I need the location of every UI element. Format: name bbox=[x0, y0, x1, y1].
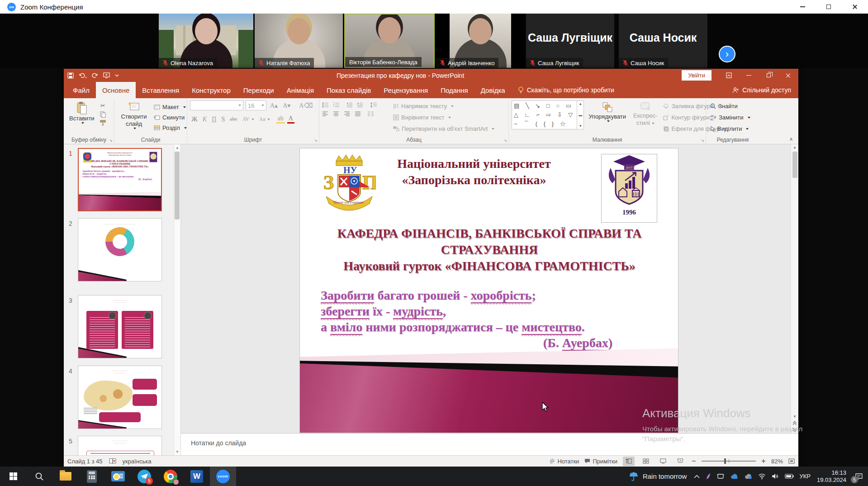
drawing-dialog-launcher[interactable]: ↘ bbox=[701, 138, 704, 143]
find-button[interactable]: Знайти bbox=[709, 101, 752, 111]
taskbar-calculator[interactable] bbox=[79, 467, 105, 486]
tab-view[interactable]: Подання bbox=[434, 82, 474, 98]
taskbar-telegram[interactable]: 5 bbox=[131, 467, 157, 486]
align-right-icon[interactable] bbox=[344, 111, 350, 116]
next-participants-page-button[interactable]: › bbox=[719, 46, 735, 62]
font-name-combo[interactable] bbox=[190, 100, 243, 110]
tray-expand-icon[interactable] bbox=[694, 475, 700, 478]
keyboard-language-indicator[interactable]: УКР bbox=[797, 473, 813, 480]
share-button[interactable]: Спільний доступ bbox=[732, 82, 798, 98]
quick-styles-button[interactable]: Експрес- стилі bbox=[631, 100, 660, 136]
line-spacing-icon[interactable] bbox=[370, 102, 377, 108]
new-slide-button[interactable]: Створити слайд bbox=[117, 100, 151, 136]
text-shadow-button[interactable]: S bbox=[220, 116, 226, 123]
fit-slide-button[interactable] bbox=[788, 458, 795, 464]
tab-transitions[interactable]: Переходи bbox=[237, 82, 280, 98]
undo-icon[interactable] bbox=[79, 72, 87, 78]
participant-tile-novideo[interactable]: Саша Лугвіщик Саша Лугвіщик bbox=[526, 14, 614, 68]
volume-icon[interactable] bbox=[772, 473, 779, 479]
clear-formatting-button[interactable]: А⌫ bbox=[298, 102, 314, 110]
bullets-icon[interactable] bbox=[322, 102, 329, 108]
tab-file[interactable]: Файл bbox=[66, 82, 96, 98]
align-center-icon[interactable] bbox=[333, 111, 339, 116]
increase-indent-icon[interactable] bbox=[357, 102, 363, 108]
redo-icon[interactable] bbox=[92, 72, 98, 78]
grow-font-button[interactable]: А▴ bbox=[269, 102, 279, 110]
underline-button[interactable]: П bbox=[210, 116, 218, 123]
participant-tile[interactable]: Наталія Фатюха bbox=[255, 14, 343, 68]
start-button[interactable] bbox=[0, 467, 26, 486]
slideshow-view-button[interactable] bbox=[674, 457, 686, 466]
italic-button[interactable]: К bbox=[201, 116, 208, 123]
text-direction-button[interactable]: Напрямок тексту bbox=[392, 101, 496, 111]
taskbar-file-explorer[interactable] bbox=[52, 467, 79, 486]
slide-thumbnail-1[interactable]: Національний університет «Запорізька пол… bbox=[78, 148, 162, 211]
taskbar-presentation-app[interactable] bbox=[105, 467, 131, 486]
strikethrough-button[interactable]: abc bbox=[228, 116, 239, 123]
change-case-button[interactable]: Aa bbox=[258, 116, 271, 123]
font-size-combo[interactable]: 16 bbox=[246, 100, 266, 110]
ribbon-display-options-button[interactable] bbox=[719, 69, 739, 82]
slide-editor[interactable]: НУ З П Vivere est cogitare bbox=[299, 148, 678, 433]
tab-insert[interactable]: Вставлення bbox=[136, 82, 185, 98]
format-painter-button[interactable] bbox=[99, 119, 107, 127]
taskbar-weather-widget[interactable]: Rain tomorrow bbox=[624, 472, 692, 481]
tell-me-box[interactable]: Скажіть, що потрібно зробити bbox=[518, 82, 614, 98]
taskbar-clock[interactable]: 16:13 19.03.2024 bbox=[813, 469, 850, 484]
normal-view-button[interactable] bbox=[623, 457, 635, 466]
slide-thumbnail-5[interactable]: ········································… bbox=[78, 436, 162, 455]
paste-button[interactable]: Вставити bbox=[66, 100, 97, 136]
minimize-button[interactable] bbox=[789, 0, 816, 14]
participant-tile[interactable]: Андрій Іванченко bbox=[436, 14, 525, 68]
tab-animations[interactable]: Анімація bbox=[280, 82, 320, 98]
section-button[interactable]: Розділ bbox=[152, 123, 188, 133]
select-button[interactable]: Виділити bbox=[709, 124, 752, 133]
justify-icon[interactable] bbox=[355, 111, 361, 116]
replace-button[interactable]: abac Замінити bbox=[709, 113, 752, 122]
convert-smartart-button[interactable]: Перетворити на об'єкт SmartArt bbox=[392, 124, 496, 133]
cut-button[interactable]: ✂ bbox=[99, 102, 107, 110]
zoom-level[interactable]: 82% bbox=[771, 458, 783, 465]
maximize-button[interactable] bbox=[816, 0, 842, 14]
tab-help[interactable]: Довідка bbox=[474, 82, 512, 98]
action-center-button[interactable]: 5 bbox=[850, 467, 868, 486]
collapse-ribbon-button[interactable]: ∧ bbox=[789, 136, 793, 142]
participant-tile-novideo[interactable]: Саша Носик Саша Носик bbox=[619, 14, 707, 68]
font-dialog-launcher[interactable]: ↘ bbox=[314, 138, 318, 143]
tab-review[interactable]: Рецензування bbox=[377, 82, 434, 98]
bold-button[interactable]: Ж bbox=[190, 116, 199, 123]
shapes-gallery-scroll[interactable]: ▲ ▬ ▼ bbox=[577, 101, 583, 129]
zoom-out-button[interactable] bbox=[692, 459, 696, 463]
zoom-slider-thumb[interactable] bbox=[724, 458, 726, 464]
align-text-button[interactable]: Вирівняти текст bbox=[392, 113, 496, 122]
save-icon[interactable] bbox=[67, 72, 74, 79]
canvas-scrollbar-thumb[interactable] bbox=[792, 152, 797, 178]
close-button[interactable] bbox=[842, 0, 868, 14]
taskbar-search-button[interactable] bbox=[26, 467, 52, 486]
slide-thumbnail-2[interactable]: ········································… bbox=[78, 218, 162, 281]
wifi-icon[interactable] bbox=[758, 473, 766, 479]
tab-design[interactable]: Конструктор bbox=[185, 82, 237, 98]
slide-thumbnail-4[interactable]: ········································… bbox=[78, 366, 162, 429]
clipboard-dialog-launcher[interactable]: ↘ bbox=[109, 138, 113, 143]
reset-button[interactable]: Скинути bbox=[152, 113, 188, 122]
columns-icon[interactable] bbox=[367, 111, 375, 116]
layout-button[interactable]: Макет bbox=[152, 102, 188, 112]
panel-scrollbar-thumb[interactable] bbox=[175, 152, 180, 219]
arrange-button[interactable]: Упорядкувати bbox=[586, 100, 629, 136]
comments-toggle[interactable]: Примітки bbox=[584, 458, 617, 465]
zoom-in-button[interactable] bbox=[761, 459, 766, 463]
window-minimize-button[interactable] bbox=[739, 69, 759, 82]
customize-qat-icon[interactable] bbox=[115, 74, 119, 77]
tab-slideshow[interactable]: Показ слайдів bbox=[320, 82, 377, 98]
shrink-font-button[interactable]: А▾ bbox=[281, 102, 292, 110]
participant-tile-active-speaker[interactable]: Вікторія Бабенко-Левада bbox=[344, 14, 435, 68]
language-indicator[interactable]: українська bbox=[123, 458, 152, 465]
taskbar-word[interactable]: W bbox=[184, 467, 210, 486]
onedrive-icon[interactable] bbox=[730, 474, 738, 479]
start-slideshow-icon[interactable] bbox=[103, 72, 110, 78]
numbering-icon[interactable] bbox=[333, 102, 340, 108]
device-cast-icon[interactable] bbox=[717, 473, 724, 479]
paragraph-dialog-launcher[interactable]: ↘ bbox=[503, 138, 507, 143]
copy-button[interactable] bbox=[99, 110, 107, 118]
